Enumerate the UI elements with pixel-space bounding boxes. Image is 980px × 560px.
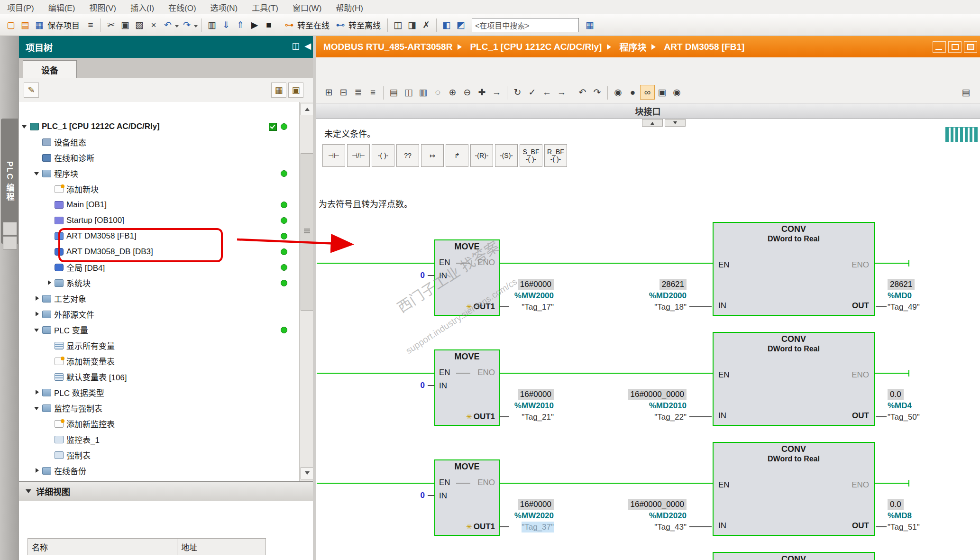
tree-scrollbar[interactable] [299, 102, 314, 481]
conv-block[interactable]: CONV DWord to Real EN ENO IN OUT [713, 222, 875, 316]
minimize-icon[interactable] [933, 41, 946, 53]
tree-item-add-new-block[interactable]: 添加新块 [19, 181, 299, 197]
add-output-icon[interactable]: ✳ [466, 303, 472, 311]
compile-icon[interactable]: ▥ [205, 18, 219, 32]
copy-icon[interactable]: ▣ [118, 18, 132, 32]
split-editor-vertical-icon[interactable]: ◩ [454, 18, 468, 32]
strip-subtab-1[interactable] [3, 222, 17, 235]
breadcrumb-current-block[interactable]: ART DM3058 [FB1] [664, 42, 744, 52]
save-project-label[interactable]: 保存项目 [47, 19, 80, 31]
collapse-interface-icon[interactable] [665, 119, 686, 127]
collapse-panel-icon[interactable]: ◀ [304, 41, 311, 51]
operand-tag[interactable]: "Tag_22" [654, 412, 687, 422]
set-bitfield-button[interactable]: S_BF -( )- [520, 144, 542, 167]
breadcrumb-project[interactable]: MODBUS RTU_485-ART3058R [323, 42, 452, 52]
project-search-input[interactable] [472, 18, 579, 32]
restore-icon[interactable] [948, 41, 962, 53]
accessible-devices-icon[interactable]: ◫ [391, 18, 405, 32]
goto-previous-error-icon[interactable]: ← [540, 85, 554, 100]
insert-box-minus-icon[interactable]: ⊖ [460, 85, 475, 100]
coil-button[interactable]: -( )- [372, 144, 394, 167]
close-branch-button[interactable]: ↱ [446, 144, 468, 167]
details-col-name[interactable]: 名称 [27, 538, 177, 555]
move-block[interactable]: MOVE EN ENO IN ✳OUT1 [434, 459, 500, 536]
breadcrumb-plc[interactable]: PLC_1 [CPU 1212C AC/DC/Rly] [470, 42, 602, 52]
call-environment-icon[interactable]: ◉ [611, 85, 625, 100]
operand-tag[interactable]: "Tag_49" [888, 302, 920, 312]
split-editor-horizontal-icon[interactable]: ◧ [440, 18, 454, 32]
table-view-icon[interactable]: ▦ [271, 83, 286, 98]
tree-item-art-dm3058-db3[interactable]: ART DM3058_DB [DB3] [19, 244, 299, 259]
network-comments-icon[interactable]: ▥ [416, 85, 430, 100]
tab-devices[interactable]: 设备 [23, 60, 77, 79]
operand-tag[interactable]: "Tag_17" [522, 302, 554, 312]
menu-tools[interactable]: 工具(T) [245, 1, 285, 13]
move-in-constant[interactable]: 0 [398, 490, 425, 501]
absolute-operands-icon[interactable]: ▤ [386, 85, 401, 100]
undo-icon[interactable]: ↶ [161, 18, 175, 32]
float-icon[interactable] [964, 41, 977, 53]
menu-edit[interactable]: 编辑(E) [41, 1, 82, 13]
menu-options[interactable]: 选项(N) [203, 1, 245, 13]
split-editor-icon[interactable]: ◫ [401, 85, 416, 100]
menu-online[interactable]: 在线(O) [161, 1, 203, 13]
tree-item-force-table[interactable]: 强制表 [19, 447, 299, 463]
cut-icon[interactable]: ✂ [104, 18, 118, 32]
scrollbar-thumb[interactable] [301, 153, 314, 311]
library-view-icon[interactable]: ▦ [583, 18, 597, 32]
conv-block[interactable]: CONV DWord to Real EN ENO IN OUT [713, 442, 875, 536]
operand-address[interactable]: %MD4 [888, 400, 912, 411]
expander-icon[interactable] [46, 279, 53, 287]
operand-address[interactable]: %MD2020 [649, 510, 687, 521]
tree-item-plc-tags[interactable]: PLC 变量 [19, 322, 299, 338]
stop-cpu-icon[interactable]: ■ [262, 18, 276, 32]
operand-tag[interactable]: "Tag_50" [888, 412, 920, 422]
menu-project[interactable]: 项目(P) [0, 1, 41, 13]
expander-icon[interactable] [33, 170, 41, 177]
contact-nc-button[interactable]: ⊣/⊢ [347, 144, 370, 167]
jump-forward-icon[interactable]: ↷ [590, 85, 604, 100]
new-project-icon[interactable]: ▢ [4, 18, 18, 32]
empty-box-button[interactable]: ?? [396, 144, 419, 167]
operand-tag[interactable]: "Tag_43" [654, 522, 687, 532]
delete-network-icon[interactable]: ⊟ [336, 85, 351, 100]
expand-interface-icon[interactable] [642, 119, 663, 127]
operand-tag-selected[interactable]: "Tag_37" [522, 522, 554, 532]
breakpoints-icon[interactable]: ● [625, 85, 640, 100]
tree-item-online-backups[interactable]: 在线备份 [19, 463, 299, 478]
tree-item-external-sources[interactable]: 外部源文件 [19, 306, 299, 322]
move-in-constant[interactable]: 0 [398, 270, 425, 281]
tree-item-show-all-tags[interactable]: 显示所有变量 [19, 338, 299, 353]
expander-icon[interactable] [33, 389, 41, 396]
operand-tag[interactable]: "Tag_21" [522, 412, 554, 422]
insert-coil-icon[interactable]: ✚ [475, 85, 489, 100]
add-output-icon[interactable]: ✳ [466, 413, 472, 421]
insert-branch-icon[interactable]: → [489, 85, 504, 100]
new-object-icon[interactable]: ✎ [24, 83, 39, 98]
free-comments-icon[interactable]: ◌ [430, 85, 445, 100]
start-cpu-icon[interactable]: ▶ [247, 18, 262, 32]
tree-item-device-config[interactable]: 设备组态 [19, 134, 299, 150]
expander-icon[interactable] [21, 123, 28, 130]
download-to-device-icon[interactable]: ⇓ [219, 18, 233, 32]
add-output-icon[interactable]: ✳ [466, 523, 472, 531]
move-block[interactable]: MOVE EN ENO IN ✳OUT1 [434, 239, 500, 316]
expander-icon[interactable] [33, 295, 41, 303]
tree-item-watch-force-tables[interactable]: 监控与强制表 [19, 400, 299, 416]
tree-item-system-blocks[interactable]: 系统块 [19, 275, 299, 291]
conv-block[interactable]: CONV DWord to Real EN ENO IN OUT [713, 332, 875, 426]
operand-address[interactable]: %MD8 [888, 510, 912, 521]
scroll-up-icon[interactable] [301, 103, 314, 115]
upload-from-device-icon[interactable]: ⇑ [233, 18, 247, 32]
redo-icon[interactable]: ↷ [180, 18, 194, 32]
undo-dropdown-icon[interactable] [175, 25, 179, 29]
close-all-networks-icon[interactable]: ≡ [366, 85, 380, 100]
operand-address[interactable]: %MD0 [888, 290, 912, 301]
delete-icon[interactable]: × [147, 18, 161, 32]
details-view-header[interactable]: 详细视图 [19, 481, 316, 501]
tree-item-program-blocks[interactable]: 程序块 [19, 165, 299, 181]
go-offline-icon[interactable]: ⊷ [333, 18, 348, 32]
expander-icon[interactable] [33, 326, 41, 334]
go-online-label[interactable]: 转至在线 [297, 19, 330, 31]
auto-collapse-icon[interactable]: ◫ [292, 41, 300, 51]
